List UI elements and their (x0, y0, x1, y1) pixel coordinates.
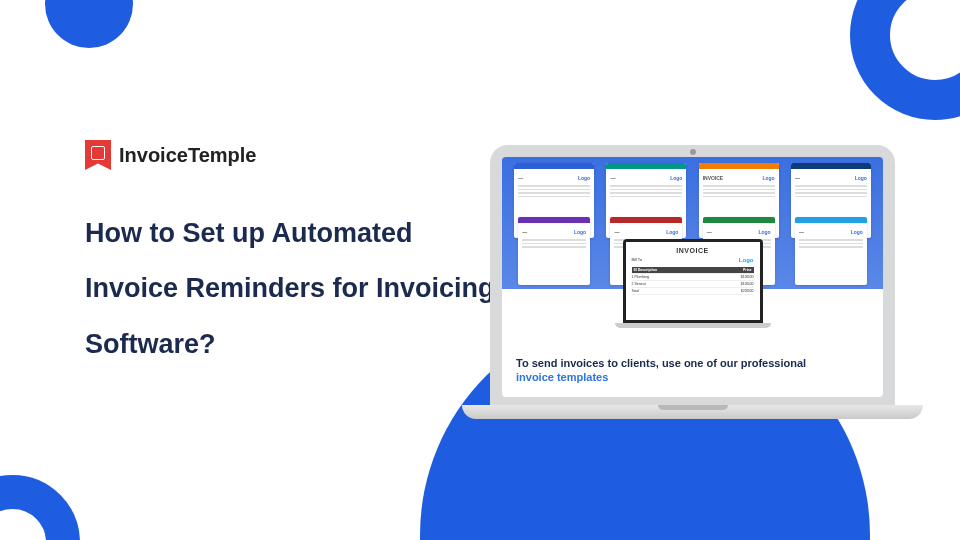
screen-caption: To send invoices to clients, use one of … (516, 357, 869, 383)
laptop-screen: —Logo —Logo INVOICELogo —Logo (502, 157, 883, 397)
logo-inner-square (91, 146, 105, 160)
mini-laptop-base (615, 323, 771, 328)
invoice-heading: INVOICE (632, 247, 754, 254)
laptop-base (462, 405, 923, 419)
brand-name: InvoiceTemple (119, 144, 256, 167)
decorative-ring-top-right (850, 0, 960, 120)
mini-laptop-frame: INVOICE Bill To Logo Sl DescriptionPrice… (623, 239, 763, 323)
mini-laptop-screen: INVOICE Bill To Logo Sl DescriptionPrice… (626, 242, 760, 320)
decorative-circle-top-left (45, 0, 133, 48)
laptop-mockup: —Logo —Logo INVOICELogo —Logo (490, 145, 895, 419)
invoice-logo-placeholder: Logo (739, 257, 754, 263)
caption-text: To send invoices to clients, use one of … (516, 357, 869, 369)
caption-link-text: invoice templates (516, 371, 869, 383)
page-title: How to Set up Automated Invoice Reminder… (85, 206, 505, 372)
bookmark-icon (85, 140, 111, 170)
decorative-ring-bottom-left (0, 475, 80, 540)
laptop-camera-icon (690, 149, 696, 155)
main-content: InvoiceTemple How to Set up Automated In… (85, 140, 505, 372)
brand-logo: InvoiceTemple (85, 140, 505, 170)
mini-laptop-mockup: INVOICE Bill To Logo Sl DescriptionPrice… (623, 239, 763, 328)
invoice-template: —Logo (518, 217, 590, 285)
laptop-frame: —Logo —Logo INVOICELogo —Logo (490, 145, 895, 405)
invoice-template: —Logo (795, 217, 867, 285)
